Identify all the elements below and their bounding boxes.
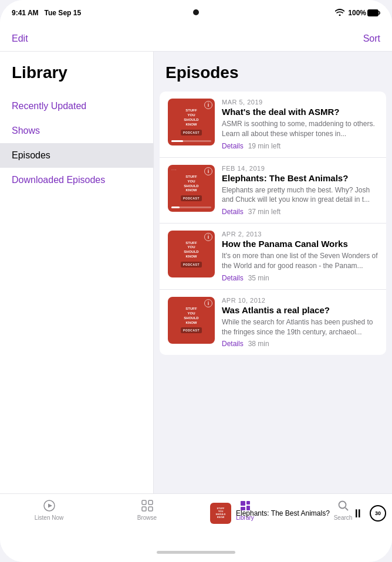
table-row[interactable]: i STUFFYOUSHOULDKNOW PODCAST APR 2, 2013… [160, 224, 386, 290]
episode-duration: 35 min [248, 274, 269, 282]
episode-meta: Details 19 min left [222, 142, 378, 150]
sidebar-nav: Recently Updated Shows Episodes Download… [0, 94, 153, 192]
episode-thumbnail-3: i STUFFYOUSHOULDKNOW PODCAST [168, 231, 215, 277]
episode-meta: Details 37 min left [222, 208, 378, 216]
episode-date: APR 2, 2013 [222, 231, 378, 238]
status-time: 9:41 AM [12, 9, 39, 17]
tab-listen-now[interactable]: Listen Now [0, 499, 98, 521]
details-link[interactable]: Details [222, 142, 244, 150]
wifi-icon [335, 9, 344, 18]
tab-browse[interactable]: Browse [98, 499, 196, 521]
status-date: Tue Sep 15 [45, 9, 81, 17]
skip-forward-button[interactable]: 30 [370, 505, 386, 522]
sort-button[interactable]: Sort [363, 33, 380, 44]
episode-date: FEB 14, 2019 [222, 165, 378, 172]
details-link[interactable]: Details [222, 340, 244, 348]
sidebar-item-downloaded-episodes[interactable]: Downloaded Episodes [0, 168, 153, 192]
episode-title: How the Panama Canal Works [222, 239, 378, 249]
now-playing-thumbnail: STUFFYOUSHOULDKNOW [210, 503, 231, 524]
episode-meta: Details 35 min [222, 274, 378, 282]
episode-thumbnail-2: ··· i STUFFYOUSHOULDKNOW PODCAST [168, 165, 215, 212]
episode-thumbnail-1: i STUFFYOUSHOULDKNOW PODCAST [168, 99, 215, 145]
episode-info: MAR 5, 2019 What's the deal with ASMR? A… [222, 99, 378, 150]
svg-rect-7 [142, 500, 146, 505]
episode-date: APR 10, 2012 [222, 297, 378, 304]
episode-info: APR 10, 2012 Was Atlantis a real place? … [222, 297, 378, 348]
episode-info: APR 2, 2013 How the Panama Canal Works I… [222, 231, 378, 282]
progress-bar [171, 206, 211, 208]
table-row[interactable]: i STUFFYOUSHOULDKNOW PODCAST MAR 5, 2019… [160, 92, 386, 158]
episode-thumbnail-4: i STUFFYOUSHOULDKNOW PODCAST [168, 297, 215, 344]
details-link[interactable]: Details [222, 274, 244, 282]
episodes-title: Episodes [154, 63, 392, 92]
home-indicator [0, 542, 392, 562]
dots-icon: ··· [171, 167, 177, 172]
info-icon: i [204, 233, 212, 241]
episode-title: Elephants: The Best Animals? [222, 173, 378, 184]
episode-date: MAR 5, 2019 [222, 99, 378, 106]
play-icon [42, 499, 56, 513]
now-playing-controls: ⏸ 30 [352, 505, 386, 522]
main-content: Library Recently Updated Shows Episodes … [0, 52, 392, 493]
svg-rect-8 [148, 500, 153, 505]
table-row[interactable]: i STUFFYOUSHOULDKNOW PODCAST APR 10, 201… [160, 290, 386, 356]
tab-listen-now-label: Listen Now [35, 514, 63, 521]
episode-description: Elephants are pretty much the best. Why?… [222, 185, 378, 205]
episode-list: i STUFFYOUSHOULDKNOW PODCAST MAR 5, 2019… [160, 92, 386, 355]
sidebar: Library Recently Updated Shows Episodes … [0, 52, 154, 493]
home-indicator-bar [157, 551, 235, 554]
episode-title: What's the deal with ASMR? [222, 107, 378, 117]
status-time-date: 9:41 AM Tue Sep 15 [12, 9, 81, 17]
episodes-panel: Episodes i STUFFYOUSHOULDKNOW PODCAST MA… [154, 52, 392, 493]
sidebar-item-episodes[interactable]: Episodes [0, 143, 153, 168]
sidebar-title: Library [0, 63, 153, 94]
info-icon: i [204, 167, 212, 175]
table-row[interactable]: ··· i STUFFYOUSHOULDKNOW PODCAST FEB 14,… [160, 158, 386, 224]
top-action-bar: Edit Sort [0, 26, 392, 52]
svg-rect-9 [142, 507, 146, 511]
episode-duration: 37 min left [248, 208, 281, 216]
now-playing-bar: STUFFYOUSHOULDKNOW Elephants: The Best A… [204, 499, 392, 528]
episode-description: It's on more than one list of the Seven … [222, 251, 378, 271]
episode-info: FEB 14, 2019 Elephants: The Best Animals… [222, 165, 378, 216]
svg-rect-1 [368, 10, 378, 16]
sidebar-item-shows[interactable]: Shows [0, 119, 153, 143]
info-icon: i [204, 299, 212, 307]
episode-duration: 38 min [248, 340, 269, 348]
episode-duration: 19 min left [248, 142, 281, 150]
episode-title: Was Atlantis a real place? [222, 305, 378, 316]
svg-rect-10 [148, 507, 153, 511]
camera-dot [193, 9, 199, 15]
episode-meta: Details 38 min [222, 340, 378, 348]
tab-bar: Listen Now Browse [0, 493, 392, 542]
now-playing-title: Elephants: The Best Animals? [236, 509, 347, 517]
pause-button[interactable]: ⏸ [352, 507, 364, 520]
edit-button[interactable]: Edit [12, 33, 28, 44]
tab-browse-label: Browse [137, 514, 157, 521]
episode-description: ASMR is soothing to some, maddening to o… [222, 119, 378, 139]
battery-icon: 100% [348, 9, 380, 17]
episode-description: While the search for Atlantis has been p… [222, 317, 378, 337]
status-indicators: 100% [335, 9, 380, 18]
details-link[interactable]: Details [222, 208, 244, 216]
browse-icon [140, 499, 154, 513]
progress-bar [171, 140, 211, 142]
info-icon: i [204, 101, 212, 109]
sidebar-item-recently-updated[interactable]: Recently Updated [0, 94, 153, 119]
svg-marker-6 [48, 504, 52, 508]
